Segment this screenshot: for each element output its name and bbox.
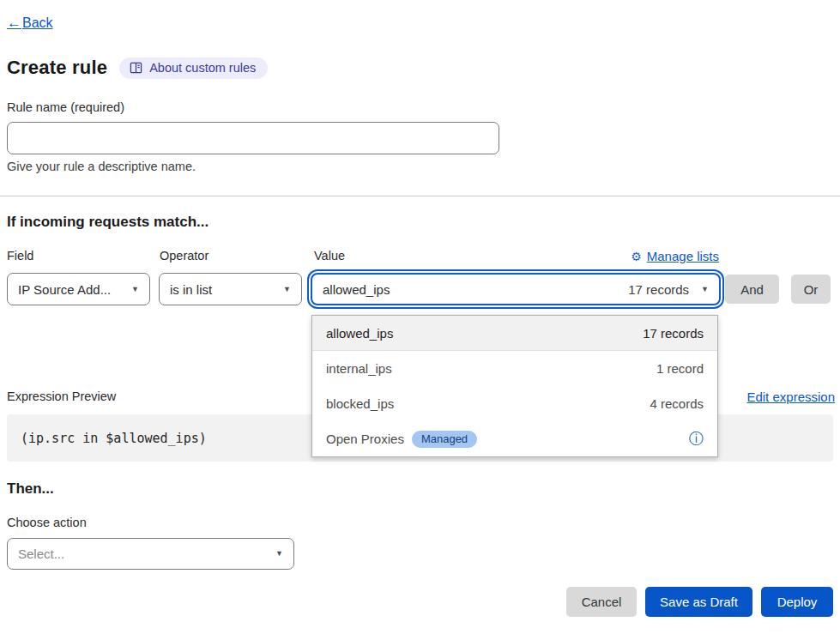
list-item-internal-ips[interactable]: internal_ips 1 record (312, 351, 717, 386)
field-select[interactable]: IP Source Add... ▼ (7, 273, 150, 305)
expression-preview-label: Expression Preview (7, 389, 116, 403)
chevron-down-icon: ▼ (701, 286, 709, 293)
match-section-heading: If incoming requests match... (7, 214, 208, 231)
manage-lists-link[interactable]: ⚙ Manage lists (631, 249, 719, 263)
field-label: Field (7, 249, 33, 263)
expression-code: (ip.src in $allowed_ips) (21, 431, 207, 446)
list-item-name: Open Proxies (326, 432, 404, 446)
create-rule-page: ← Back Create rule About custom rules Ru… (0, 0, 840, 634)
operator-select-value: is in list (170, 282, 212, 297)
or-button[interactable]: Or (791, 275, 831, 304)
rule-name-input[interactable] (7, 122, 499, 154)
value-select-value: allowed_ips (323, 282, 390, 297)
list-item-blocked-ips[interactable]: blocked_ips 4 records (312, 386, 717, 421)
managed-badge: Managed (412, 431, 477, 448)
book-icon (130, 62, 142, 74)
rule-name-helper: Give your rule a descriptive name. (7, 160, 196, 173)
list-item-records: 1 record (656, 361, 704, 376)
back-arrow-icon: ← (7, 15, 21, 32)
info-icon[interactable]: ⓘ (689, 432, 704, 446)
operator-label: Operator (160, 249, 208, 263)
gear-icon: ⚙ (631, 250, 642, 263)
about-custom-rules-label: About custom rules (149, 61, 256, 75)
action-select[interactable]: Select... ▼ (7, 538, 294, 570)
title-row: Create rule About custom rules (7, 57, 268, 79)
back-label: Back (22, 15, 53, 31)
value-dropdown: allowed_ips 17 records internal_ips 1 re… (311, 315, 718, 457)
page-title: Create rule (7, 57, 107, 79)
chevron-down-icon: ▼ (131, 286, 139, 293)
then-section-heading: Then... (7, 480, 54, 498)
choose-action-label: Choose action (7, 516, 87, 529)
field-select-value: IP Source Add... (18, 282, 111, 297)
list-item-records: 4 records (650, 396, 704, 411)
action-select-placeholder: Select... (18, 546, 64, 561)
list-item-name: allowed_ips (326, 326, 393, 341)
value-select-records: 17 records (628, 282, 689, 297)
deploy-button[interactable]: Deploy (761, 587, 833, 617)
list-item-open-proxies[interactable]: Open Proxies Managed ⓘ (312, 421, 717, 456)
value-label: Value (314, 249, 345, 263)
section-divider (0, 196, 840, 196)
list-item-allowed-ips[interactable]: allowed_ips 17 records (312, 316, 717, 351)
edit-expression-link[interactable]: Edit expression (746, 389, 835, 404)
list-item-name: blocked_ips (326, 396, 394, 411)
chevron-down-icon: ▼ (275, 550, 283, 558)
manage-lists-label: Manage lists (647, 249, 719, 263)
cancel-button[interactable]: Cancel (566, 587, 637, 617)
value-select[interactable]: allowed_ips 17 records ▼ (311, 273, 721, 305)
list-item-name: internal_ips (326, 361, 392, 376)
chevron-down-icon: ▼ (283, 286, 291, 293)
save-as-draft-button[interactable]: Save as Draft (645, 587, 752, 617)
about-custom-rules-link[interactable]: About custom rules (119, 57, 268, 79)
operator-select[interactable]: is in list ▼ (159, 273, 302, 305)
list-item-records: 17 records (643, 326, 704, 341)
rule-name-label: Rule name (required) (7, 100, 124, 114)
and-button[interactable]: And (725, 275, 779, 304)
back-link[interactable]: ← Back (7, 15, 53, 32)
